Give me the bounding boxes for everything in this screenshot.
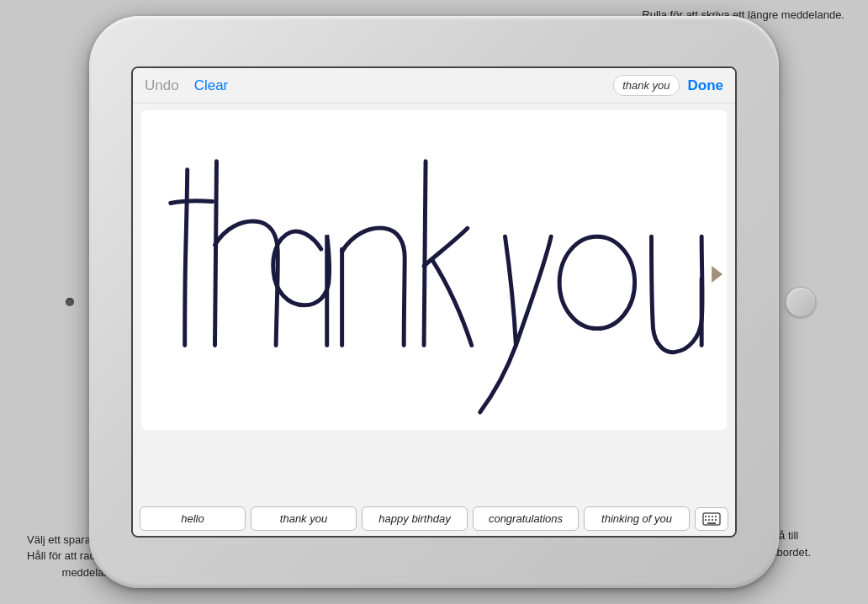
svg-rect-14 [712, 519, 713, 521]
camera-dot [66, 298, 74, 306]
undo-button[interactable]: Undo [145, 77, 179, 94]
suggestion-thank-you[interactable]: thank you [251, 506, 357, 531]
svg-rect-16 [707, 522, 716, 524]
svg-rect-12 [705, 519, 707, 521]
svg-rect-13 [708, 519, 710, 521]
suggestion-happy-birthday[interactable]: happy birthday [362, 506, 468, 531]
svg-rect-15 [715, 519, 717, 521]
home-button[interactable] [786, 287, 816, 317]
suggestion-congratulations[interactable]: congratulations [473, 506, 579, 531]
svg-rect-11 [715, 516, 717, 517]
svg-rect-8 [705, 516, 707, 517]
drawing-area[interactable] [141, 110, 727, 430]
preview-bubble: thank you [613, 75, 679, 96]
toolbar: Undo Clear thank you Done [133, 68, 735, 103]
suggestions-bar: hello thank you happy birthday congratul… [133, 501, 735, 536]
handwriting-canvas [141, 110, 727, 430]
svg-rect-10 [712, 516, 713, 517]
keyboard-icon [702, 512, 721, 526]
screen: Undo Clear thank you Done [131, 66, 737, 538]
suggestion-hello[interactable]: hello [140, 506, 246, 531]
done-button[interactable]: Done [688, 77, 724, 94]
device-shell: Undo Clear thank you Done [89, 16, 779, 588]
keyboard-toggle-button[interactable] [695, 507, 728, 531]
svg-point-6 [559, 236, 634, 328]
svg-rect-9 [708, 516, 710, 517]
clear-button[interactable]: Clear [194, 77, 229, 94]
suggestion-thinking-of-you[interactable]: thinking of you [584, 506, 690, 531]
